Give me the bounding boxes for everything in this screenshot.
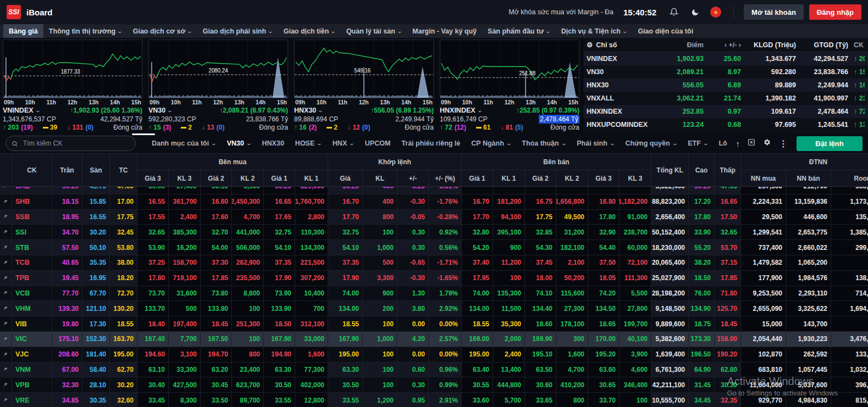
buy-cell[interactable]: 33.45 <box>137 393 169 407</box>
pin-icon[interactable] <box>0 255 12 270</box>
buy-cell[interactable]: 719,100 <box>169 271 201 286</box>
sell-cell[interactable]: 30.65 <box>588 377 620 392</box>
buy-cell[interactable]: 251,300 <box>232 316 264 331</box>
index-chart-hnxindex[interactable]: 251.8809h10h11h12h13h14h15hHNXINDEX⌄↑252… <box>437 38 583 133</box>
index-row-hnx30[interactable]: HNX30556.056.8989.8892,249.944↑ 162↓ 12 <box>583 79 868 92</box>
sell-cell[interactable]: 50,200 <box>556 271 588 286</box>
menu-item-th-ng-tin-th-tr-ng[interactable]: Thông tin thị trường⌄ <box>43 24 128 38</box>
symbol-cell[interactable]: VRE <box>12 393 52 407</box>
sell-cell[interactable]: 135,300 <box>493 286 525 301</box>
tab-tr-i-phi-u-ri-ng-l-[interactable]: Trái phiếu riêng lẻ <box>396 133 465 153</box>
buy-cell[interactable]: 5,300 <box>232 187 264 194</box>
sell-cell[interactable]: 18.60 <box>525 316 556 331</box>
sell-cell[interactable]: 134.00 <box>462 301 493 316</box>
menu-item-giao-d-ch-c-s-[interactable]: Giao dịch cơ sở⌄ <box>128 24 197 38</box>
sell-cell[interactable] <box>556 187 588 194</box>
buy-cell[interactable]: 361,700 <box>169 194 201 209</box>
buy-cell[interactable]: 16.65 <box>264 194 295 209</box>
buy-cell[interactable]: 17.65 <box>264 210 295 225</box>
buy-cell[interactable]: 77,300 <box>295 363 328 377</box>
buy-cell[interactable]: 63.20 <box>201 363 232 377</box>
sell-cell[interactable]: 33.70 <box>588 393 620 407</box>
sell-cell[interactable]: 2,000 <box>493 332 525 347</box>
sell-cell[interactable]: 199,700 <box>620 316 651 331</box>
sell-cell[interactable]: 16.70 <box>462 194 493 209</box>
promo-ticker[interactable]: Mở khóa sức mua với Margin - Đa <box>508 8 613 16</box>
buy-cell[interactable]: 73.70 <box>137 286 169 301</box>
buy-cell[interactable]: 33,300 <box>169 363 201 377</box>
buy-cell[interactable]: 133.80 <box>201 301 232 316</box>
index-header-change[interactable]: ‹ +/- › <box>704 41 741 49</box>
buy-cell[interactable]: 89,700 <box>232 393 264 407</box>
table-row-vpb[interactable]: VPB32.3028.1030.2030.40427,50030.45623,7… <box>0 377 868 393</box>
sell-cell[interactable]: 72,100 <box>620 255 651 270</box>
sell-cell[interactable]: 410,200 <box>556 377 588 392</box>
buy-cell[interactable]: 17.85 <box>201 271 232 286</box>
excel-export-icon[interactable] <box>748 138 755 148</box>
pin-icon[interactable] <box>0 332 12 347</box>
tab-etf[interactable]: ETF⌄ <box>683 133 712 153</box>
tab-hnx[interactable]: HNX⌄ <box>328 133 359 153</box>
pin-icon[interactable] <box>0 316 12 331</box>
index-row-vnindex[interactable]: VNINDEX1,902.9325.601,343.67742,294.527↑… <box>583 52 868 65</box>
sell-cell[interactable]: 170.00 <box>588 332 620 347</box>
sell-cell[interactable]: 30.55 <box>462 377 493 392</box>
buy-cell[interactable]: 500 <box>169 301 201 316</box>
buy-cell[interactable]: 623,700 <box>232 377 264 392</box>
index-row-vn30[interactable]: VN302,089.218.97592.28023,838.766↑ 152↓ … <box>583 65 868 79</box>
symbol-cell[interactable]: VIC <box>12 332 52 347</box>
buy-cell[interactable]: 312,100 <box>295 316 328 331</box>
buy-cell[interactable]: 235,500 <box>232 271 264 286</box>
sell-cell[interactable]: 13,400 <box>493 363 525 377</box>
buy-cell[interactable]: 16,200 <box>169 240 201 255</box>
bell-icon[interactable] <box>666 4 682 20</box>
buy-cell[interactable]: 33.50 <box>201 393 232 407</box>
table-row-shb[interactable]: SHB18.1515.8517.0016.55361,70016.602,450… <box>0 194 868 210</box>
buy-cell[interactable]: 427,500 <box>169 377 201 392</box>
place-order-button[interactable]: Đặt lệnh <box>797 136 863 151</box>
sell-cell[interactable]: 17.70 <box>462 210 493 225</box>
pin-icon[interactable] <box>0 377 12 392</box>
tab-l-l-[interactable]: Lô lẻ⌄ <box>714 133 727 153</box>
sell-cell[interactable]: 169.00 <box>462 332 493 347</box>
buy-cell[interactable]: 10,400 <box>295 286 328 301</box>
table-row-tcb[interactable]: TCB40.6535.3538.0037.25158,70037.30262,9… <box>0 255 868 271</box>
buy-cell[interactable]: 63.30 <box>264 363 295 377</box>
buy-cell[interactable]: 402,000 <box>295 377 328 392</box>
sell-cell[interactable]: 31,200 <box>556 225 588 239</box>
index-symbol-dropdown[interactable]: HNX30⌄ <box>294 106 323 115</box>
table-row-sab[interactable]: SAB50.2043.7547.0050.0027,40050.105,3005… <box>0 187 868 194</box>
buy-cell[interactable]: 30.40 <box>137 377 169 392</box>
buy-cell[interactable]: 73.90 <box>264 286 295 301</box>
symbol-cell[interactable]: TPB <box>12 271 52 286</box>
sell-cell[interactable]: 169.90 <box>525 332 556 347</box>
sell-cell[interactable]: 37.45 <box>525 255 556 270</box>
tab-cp-ng-nh[interactable]: CP Ngành⌄ <box>466 133 516 153</box>
sell-cell[interactable]: 30.60 <box>525 377 556 392</box>
sell-cell[interactable]: 3,900 <box>620 347 651 362</box>
buy-cell[interactable]: 194.90 <box>264 347 295 362</box>
sell-cell[interactable]: 63.50 <box>525 363 556 377</box>
sell-cell[interactable] <box>462 187 493 194</box>
sell-cell[interactable] <box>493 187 525 194</box>
buy-cell[interactable]: 32.65 <box>137 225 169 239</box>
sell-cell[interactable]: 27,800 <box>620 301 651 316</box>
pin-icon[interactable] <box>0 393 12 407</box>
symbol-cell[interactable]: VPB <box>12 377 52 392</box>
tab-danh-m-c-c-a-t-i[interactable]: Danh mục của tôi⌄ <box>147 133 221 153</box>
sell-cell[interactable]: 1,600 <box>556 347 588 362</box>
buy-cell[interactable]: 307,200 <box>295 271 328 286</box>
sell-cell[interactable]: 134.40 <box>525 301 556 316</box>
sell-cell[interactable]: 300 <box>556 332 588 347</box>
settings-gear-icon[interactable] <box>763 138 771 149</box>
sell-cell[interactable]: 18.65 <box>588 316 620 331</box>
buy-cell[interactable]: 133.70 <box>137 301 169 316</box>
buy-cell[interactable]: 18.45 <box>201 316 232 331</box>
buy-cell[interactable]: 221,500 <box>295 255 328 270</box>
buy-cell[interactable]: 441,000 <box>232 225 264 239</box>
index-row-hnxindex[interactable]: HNXINDEX252.850.97109.6172,478.464↑ 7261… <box>583 105 868 118</box>
buy-cell[interactable]: 167.40 <box>137 332 169 347</box>
sell-cell[interactable]: 37.50 <box>588 255 620 270</box>
symbol-cell[interactable]: TCB <box>12 255 52 270</box>
sell-cell[interactable]: 100 <box>493 271 525 286</box>
